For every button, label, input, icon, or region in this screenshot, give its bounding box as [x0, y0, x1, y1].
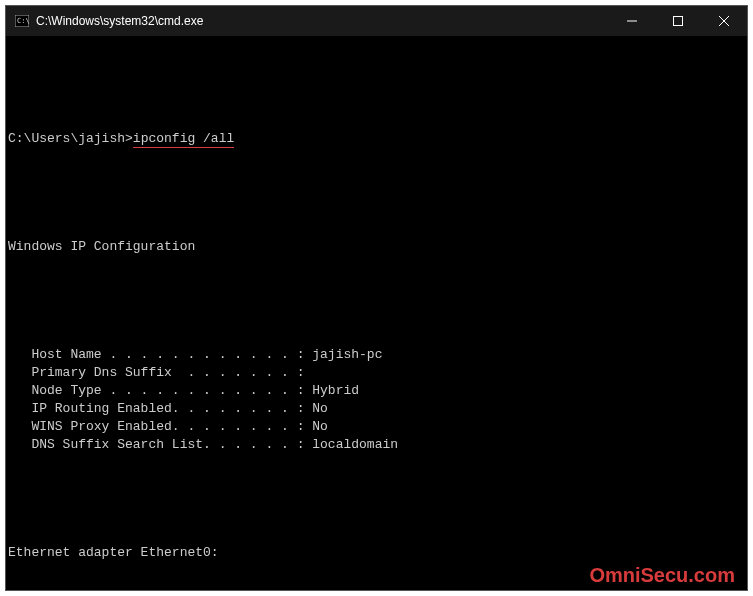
typed-command: ipconfig /all: [133, 131, 234, 148]
ipconfig-block: Host Name . . . . . . . . . . . . : jaji…: [8, 346, 745, 454]
close-button[interactable]: [701, 6, 747, 36]
empty-line: [8, 76, 745, 94]
maximize-button[interactable]: [655, 6, 701, 36]
output-line: DNS Suffix Search List. . . . . . : loca…: [8, 436, 745, 454]
kv-value: Hybrid: [312, 383, 359, 398]
cmd-window: C:\ C:\Windows\system32\cmd.exe C:\Users…: [5, 5, 748, 591]
kv-label: Node Type . . . . . . . . . . . . :: [8, 383, 312, 398]
kv-label: DNS Suffix Search List. . . . . . :: [8, 437, 312, 452]
cmd-icon: C:\: [14, 13, 30, 29]
terminal-area[interactable]: C:\Users\jajish>ipconfig /all Windows IP…: [6, 36, 747, 590]
titlebar[interactable]: C:\ C:\Windows\system32\cmd.exe: [6, 6, 747, 36]
empty-line: [8, 490, 745, 508]
empty-line: [8, 292, 745, 310]
window-title: C:\Windows\system32\cmd.exe: [36, 14, 609, 28]
output-line: IP Routing Enabled. . . . . . . . : No: [8, 400, 745, 418]
kv-value: localdomain: [312, 437, 398, 452]
output-line: Host Name . . . . . . . . . . . . : jaji…: [8, 346, 745, 364]
kv-value: No: [312, 401, 328, 416]
svg-rect-3: [674, 17, 683, 26]
svg-text:C:\: C:\: [17, 17, 29, 25]
empty-line: [8, 184, 745, 202]
window-controls: [609, 6, 747, 36]
output-line: Primary Dns Suffix . . . . . . . :: [8, 364, 745, 382]
minimize-button[interactable]: [609, 6, 655, 36]
kv-label: Primary Dns Suffix . . . . . . . :: [8, 365, 304, 380]
prompt-line: C:\Users\jajish>ipconfig /all: [8, 130, 745, 148]
section-header-ipconfig: Windows IP Configuration: [8, 238, 745, 256]
output-line: WINS Proxy Enabled. . . . . . . . : No: [8, 418, 745, 436]
kv-label: WINS Proxy Enabled. . . . . . . . :: [8, 419, 312, 434]
kv-label: Host Name . . . . . . . . . . . . :: [8, 347, 312, 362]
kv-label: IP Routing Enabled. . . . . . . . :: [8, 401, 312, 416]
prompt-path: C:\Users\jajish>: [8, 131, 133, 146]
kv-value: jajish-pc: [312, 347, 382, 362]
watermark: OmniSecu.com: [589, 566, 735, 584]
section-header-adapter: Ethernet adapter Ethernet0:: [8, 544, 745, 562]
kv-value: No: [312, 419, 328, 434]
output-line: Node Type . . . . . . . . . . . . : Hybr…: [8, 382, 745, 400]
